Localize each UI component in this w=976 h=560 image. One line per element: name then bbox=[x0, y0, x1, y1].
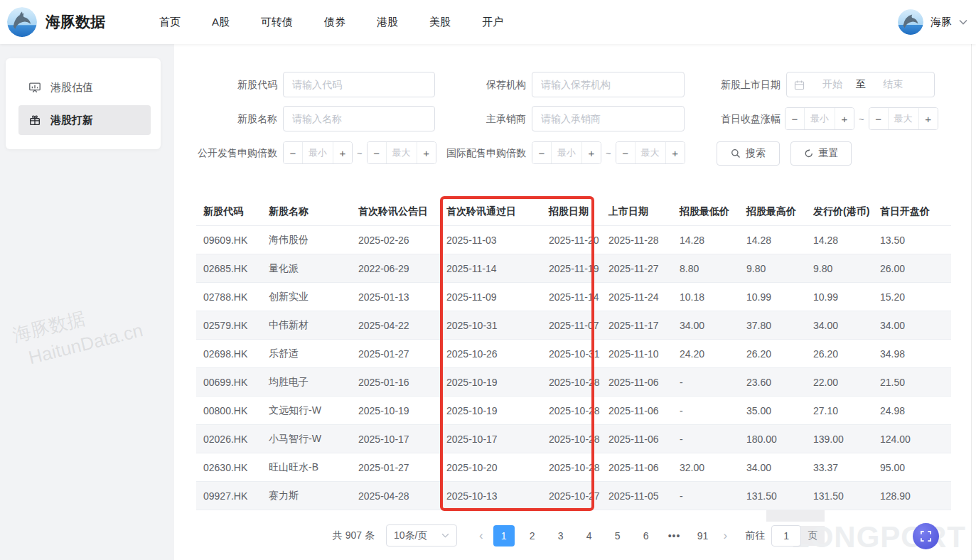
goto-page-input[interactable] bbox=[771, 525, 801, 546]
page-button-6[interactable]: 6 bbox=[636, 525, 657, 546]
table-cell: 14.28 bbox=[806, 235, 873, 246]
refresh-icon bbox=[804, 149, 814, 158]
prev-page-button[interactable]: ‹ bbox=[473, 529, 490, 543]
name-input[interactable] bbox=[283, 106, 435, 131]
table-cell: 2025-10-19 bbox=[439, 405, 542, 416]
table-cell: 赛力斯 bbox=[262, 490, 351, 502]
table-header-cell: 首日开盘价 bbox=[873, 205, 951, 218]
table-cell: 139.00 bbox=[806, 434, 873, 445]
max-stepper: −最大+ bbox=[367, 141, 436, 164]
table-row: 09927.HK赛力斯2025-04-282025-10-132025-10-2… bbox=[196, 482, 951, 510]
max-stepper: −最大+ bbox=[869, 107, 938, 130]
min-stepper: −最小+ bbox=[283, 141, 353, 164]
more-pages-icon[interactable]: ••• bbox=[664, 525, 685, 546]
table-header-row: 新股代码新股名称首次聆讯公告日首次聆讯通过日招股日期上市日期招股最低价招股最高价… bbox=[196, 198, 951, 226]
table-cell: 15.20 bbox=[873, 291, 951, 303]
min-placeholder[interactable]: 最小 bbox=[303, 142, 333, 163]
table-row: 02026.HK小马智行-W2025-10-172025-10-172025-1… bbox=[196, 425, 951, 453]
table-cell: 26.00 bbox=[873, 263, 951, 274]
code-input[interactable] bbox=[283, 72, 435, 97]
user-avatar bbox=[898, 9, 923, 35]
table-cell: 34.98 bbox=[873, 348, 951, 360]
table-cell: 2025-11-10 bbox=[601, 348, 672, 360]
min-placeholder[interactable]: 最小 bbox=[552, 142, 581, 163]
max-placeholder[interactable]: 最大 bbox=[636, 142, 665, 163]
max-stepper: −最大+ bbox=[616, 141, 685, 164]
increase-button[interactable]: + bbox=[665, 142, 685, 163]
table-header-cell: 招股最低价 bbox=[672, 205, 739, 218]
table-cell: 34.00 bbox=[806, 320, 873, 331]
max-placeholder[interactable]: 最大 bbox=[387, 142, 417, 163]
table-cell: 2025-10-28 bbox=[542, 405, 601, 416]
table-row: 02685.HK量化派2022-06-292025-11-142025-11-1… bbox=[196, 254, 951, 283]
page-button-5[interactable]: 5 bbox=[607, 525, 628, 546]
table-cell: 2025-01-27 bbox=[351, 348, 439, 360]
page-button-2[interactable]: 2 bbox=[522, 525, 543, 546]
table-cell: 小马智行-W bbox=[262, 433, 351, 446]
next-page-button[interactable]: › bbox=[717, 529, 734, 543]
public-multiple-range: −最小+ ~ −最大+ bbox=[283, 141, 436, 164]
decrease-button[interactable]: − bbox=[532, 142, 552, 163]
table-cell: 27.10 bbox=[806, 405, 873, 416]
increase-button[interactable]: + bbox=[918, 108, 938, 129]
table-cell: 2025-10-26 bbox=[439, 348, 542, 360]
name-field-label: 新股名称 bbox=[197, 106, 277, 131]
main-nav: 首页 A股 可转债 债券 港股 美股 开户 bbox=[159, 16, 503, 29]
increase-button[interactable]: + bbox=[581, 142, 601, 163]
nav-item-hk-stocks[interactable]: 港股 bbox=[377, 16, 398, 29]
table-header-cell: 新股代码 bbox=[196, 205, 262, 218]
page-button-4[interactable]: 4 bbox=[579, 525, 600, 546]
table-cell: 32.00 bbox=[672, 462, 739, 473]
increase-button[interactable]: + bbox=[333, 142, 352, 163]
table-cell: 26.20 bbox=[806, 348, 873, 360]
reset-button[interactable]: 重置 bbox=[790, 141, 852, 166]
dolphin-logo-icon bbox=[7, 7, 37, 37]
table-header-cell: 招股日期 bbox=[542, 205, 601, 218]
sidebar-item-hk-valuation[interactable]: 港股估值 bbox=[18, 72, 151, 102]
table-cell: 131.50 bbox=[806, 490, 873, 502]
decrease-button[interactable]: − bbox=[785, 108, 805, 129]
decrease-button[interactable]: − bbox=[869, 108, 889, 129]
table-cell: 2025-11-06 bbox=[601, 434, 672, 445]
table-cell: 海伟股份 bbox=[262, 234, 351, 247]
sponsor-input[interactable] bbox=[532, 72, 685, 97]
decrease-button[interactable]: − bbox=[616, 142, 636, 163]
table-cell: 2025-02-26 bbox=[351, 235, 439, 246]
table-cell: 2025-11-20 bbox=[542, 235, 601, 246]
table-cell: 2025-01-16 bbox=[351, 377, 439, 388]
nav-item-a-shares[interactable]: A股 bbox=[212, 16, 230, 29]
table-cell: 2025-10-28 bbox=[542, 377, 601, 388]
increase-button[interactable]: + bbox=[417, 142, 436, 163]
listing-date-range-picker[interactable]: 开始 至 结束 bbox=[786, 72, 935, 97]
decrease-button[interactable]: − bbox=[368, 142, 387, 163]
nav-item-home[interactable]: 首页 bbox=[159, 16, 181, 29]
table-cell: 2025-04-22 bbox=[351, 320, 439, 331]
table-cell: 34.00 bbox=[739, 462, 806, 473]
table-row: 02630.HK旺山旺水-B2025-01-272025-10-202025-1… bbox=[196, 453, 951, 482]
page-button-1[interactable]: 1 bbox=[493, 525, 515, 546]
page-button-3[interactable]: 3 bbox=[550, 525, 572, 546]
sidebar-item-hk-ipo[interactable]: 港股打新 bbox=[18, 105, 151, 135]
underwriter-input[interactable] bbox=[532, 106, 685, 131]
nav-item-open-account[interactable]: 开户 bbox=[482, 16, 503, 29]
table-cell: 创新实业 bbox=[262, 291, 351, 303]
min-stepper: −最小+ bbox=[532, 141, 601, 164]
user-menu[interactable]: 海豚 bbox=[898, 0, 967, 44]
sidebar-item-label: 港股估值 bbox=[50, 81, 93, 95]
page-size-select[interactable]: 10条/页 bbox=[386, 524, 457, 546]
sidebar: 港股估值 港股打新 bbox=[6, 58, 161, 149]
max-placeholder[interactable]: 最大 bbox=[889, 108, 918, 129]
table-cell: 2025-04-28 bbox=[351, 490, 439, 502]
table-cell: 2025-11-14 bbox=[542, 291, 601, 303]
min-placeholder[interactable]: 最小 bbox=[805, 108, 835, 129]
table-cell: 旺山旺水-B bbox=[262, 461, 351, 474]
nav-item-bonds[interactable]: 债券 bbox=[324, 16, 345, 29]
increase-button[interactable]: + bbox=[835, 108, 854, 129]
page-button-91[interactable]: 91 bbox=[692, 525, 714, 546]
nav-item-us-stocks[interactable]: 美股 bbox=[429, 16, 451, 29]
code-field-label: 新股代码 bbox=[197, 72, 277, 97]
scrollbar-track[interactable] bbox=[971, 44, 972, 560]
nav-item-convertible-bonds[interactable]: 可转债 bbox=[261, 16, 293, 29]
decrease-button[interactable]: − bbox=[284, 142, 303, 163]
search-button[interactable]: 搜索 bbox=[717, 141, 780, 166]
